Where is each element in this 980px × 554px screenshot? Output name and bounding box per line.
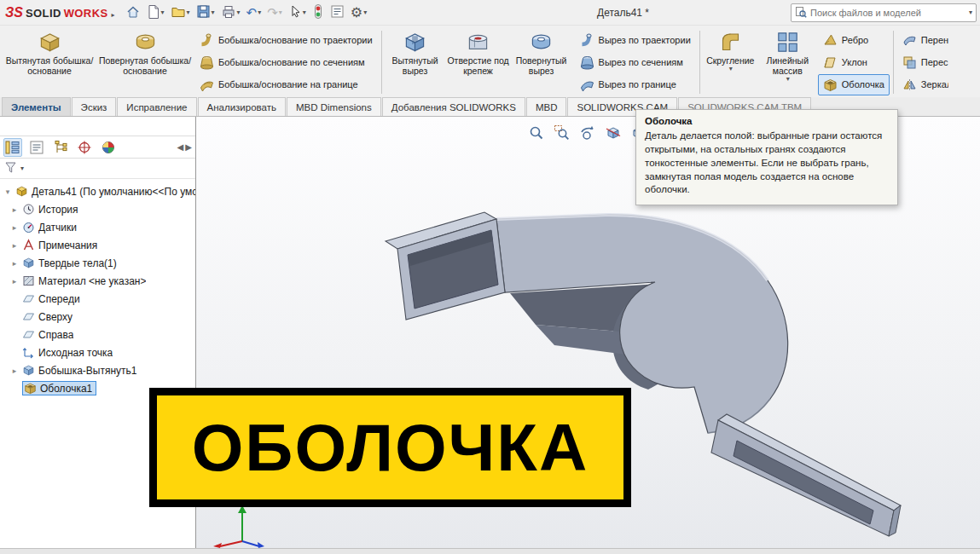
open-button[interactable]: ▾ [168, 3, 193, 23]
intersect-button[interactable]: Перес [897, 52, 947, 73]
wrap-button[interactable]: Перен [897, 29, 947, 50]
chevron-down-icon[interactable]: ▾ [258, 9, 261, 16]
selected-tree-item[interactable]: Оболочка1 [22, 381, 96, 395]
tree-item-top-plane[interactable]: Сверху [3, 308, 195, 326]
command-manager-ribbon: Вытянутая бобышка/основание Повернутая б… [0, 26, 980, 97]
options-list-button[interactable] [328, 3, 347, 23]
expand-arrow-icon[interactable]: ▸ [10, 259, 19, 268]
solid-bodies-icon [22, 257, 35, 269]
cut-group: Вытянутый вырез Отверстие под крепеж Пов… [384, 27, 573, 97]
home-icon [125, 4, 141, 21]
search-box[interactable]: ▾ [791, 3, 977, 22]
chevron-down-icon[interactable]: ▾ [303, 9, 306, 16]
hole-wizard-button[interactable]: Отверстие под крепеж [447, 27, 510, 97]
logo-expand-arrow-icon[interactable]: ▸ [112, 12, 115, 19]
configurationmanager-tab[interactable] [51, 138, 70, 157]
annotations-icon [22, 239, 35, 251]
tab-elements[interactable]: Элементы [2, 97, 71, 116]
tree-item-boss-extrude[interactable]: ▸ Бобышка-Вытянуть1 [3, 361, 195, 379]
tab-evaluate[interactable]: Анализировать [198, 97, 286, 116]
tree-item-annotations[interactable]: ▸ Примечания [3, 236, 195, 254]
featuremanager-tab[interactable] [3, 138, 22, 157]
expand-arrow-icon[interactable]: ▸ [10, 366, 19, 375]
tree-item-material[interactable]: ▸ Материал <не указан> [3, 272, 195, 290]
part-icon [15, 185, 28, 198]
tab-repair[interactable]: Исправление [117, 97, 196, 116]
revolved-boss-button[interactable]: Повернутая бобышка/основание [97, 27, 193, 97]
revolved-cut-button[interactable]: Повернутый вырез [510, 27, 573, 97]
tab-mbd[interactable]: MBD [526, 97, 567, 116]
tree-item-right-plane[interactable]: Справа [3, 326, 195, 343]
tree-item-origin[interactable]: Исходная точка [3, 343, 195, 361]
button-label: Бобышка/основание по сечениям [218, 57, 365, 67]
expand-arrow-icon[interactable]: ▸ [10, 223, 19, 232]
ribbon-separator [381, 31, 382, 94]
boundary-boss-button[interactable]: Бобышка/основание на границе [194, 74, 378, 95]
collapse-arrow-icon[interactable]: ▾ [3, 188, 12, 196]
mirror-button[interactable]: Зеркал [897, 74, 947, 95]
filter-funnel-icon[interactable] [4, 161, 17, 176]
tree-item-sensors[interactable]: ▸ Датчики [3, 218, 195, 236]
extruded-cut-icon [403, 31, 426, 54]
chevron-down-icon[interactable]: ▾ [237, 9, 241, 16]
swept-boss-button[interactable]: Бобышка/основание по траектории [194, 29, 378, 50]
draft-button[interactable]: Уклон [818, 52, 890, 73]
button-label: Оболочка [842, 79, 884, 89]
filter-dropdown-icon[interactable]: ▾ [20, 165, 24, 172]
redo-button[interactable]: ↷▾ [264, 3, 285, 23]
settings-button[interactable]: ⚙▾ [348, 3, 369, 23]
panel-scroll-left-icon[interactable]: ◀ [177, 142, 184, 152]
tree-item-label: Деталь41 (По умолчанию<<По умс [32, 186, 195, 198]
rib-button[interactable]: Ребро [818, 29, 890, 50]
swept-cut-button[interactable]: Вырез по траектории [575, 29, 696, 50]
expand-arrow-icon[interactable]: ▸ [10, 241, 19, 250]
tree-item-label: Твердые тела(1) [38, 257, 117, 269]
tab-solidworks-addins[interactable]: Добавления SOLIDWORKS [382, 97, 525, 116]
expand-arrow-icon[interactable]: ▸ [10, 205, 19, 214]
save-button[interactable]: ▾ [194, 3, 217, 23]
rebuild-button[interactable] [310, 3, 327, 23]
chevron-down-icon[interactable]: ▾ [729, 66, 733, 72]
lofted-boss-button[interactable]: Бобышка/основание по сечениям [194, 52, 378, 73]
fillet-button[interactable]: Скругление ▾ [702, 27, 759, 97]
draft-icon [823, 55, 838, 70]
select-button[interactable]: ▾ [286, 3, 309, 23]
propertymanager-tab[interactable] [27, 138, 46, 157]
search-input[interactable] [810, 8, 965, 18]
ribbon-separator [893, 31, 894, 94]
dimxpertmanager-tab[interactable] [75, 138, 94, 157]
print-button[interactable]: ▾ [218, 3, 243, 23]
tree-item-front-plane[interactable]: Спереди [3, 290, 195, 308]
chevron-down-icon[interactable]: ▾ [187, 9, 190, 16]
chevron-down-icon[interactable]: ▾ [279, 9, 282, 16]
logo-text-solid: SOLID [26, 7, 61, 20]
linear-pattern-button[interactable]: Линейный массив ▾ [759, 27, 816, 97]
new-document-button[interactable]: ▾ [144, 3, 167, 23]
chevron-down-icon[interactable]: ▾ [786, 76, 790, 83]
tab-sketch[interactable]: Эскиз [72, 97, 117, 116]
lofted-cut-button[interactable]: Вырез по сечениям [575, 52, 696, 73]
undo-button[interactable]: ↶▾ [244, 3, 264, 23]
displaymanager-tab[interactable] [99, 138, 118, 157]
chevron-down-icon[interactable]: ▾ [161, 9, 165, 16]
cut-stack-group: Вырез по траектории Вырез по сечениям Вы… [573, 27, 698, 97]
undo-icon: ↶ [246, 6, 258, 19]
home-button[interactable] [123, 3, 143, 23]
panel-scroll-right-icon[interactable]: ▶ [185, 142, 192, 152]
boundary-boss-icon [200, 78, 214, 92]
tree-item-solid-bodies[interactable]: ▸ Твердые тела(1) [3, 254, 195, 272]
chevron-down-icon[interactable]: ▾ [212, 9, 215, 16]
search-dropdown-icon[interactable]: ▾ [969, 9, 972, 16]
tree-item-history[interactable]: ▸ История [3, 200, 195, 218]
tree-item-label: Бобышка-Вытянуть1 [38, 365, 137, 377]
tab-mbd-dimensions[interactable]: MBD Dimensions [287, 97, 381, 116]
extruded-boss-button[interactable]: Вытянутая бобышка/основание [2, 27, 97, 97]
tree-root-part[interactable]: ▾ Деталь41 (По умолчанию<<По умс [3, 182, 195, 200]
boundary-cut-button[interactable]: Вырез по границе [575, 74, 696, 95]
tree-item-label: Исходная точка [38, 347, 113, 359]
shell-button[interactable]: Оболочка [818, 74, 890, 95]
button-label: Перен [921, 35, 948, 45]
extruded-cut-button[interactable]: Вытянутый вырез [384, 27, 447, 97]
chevron-down-icon[interactable]: ▾ [363, 9, 367, 16]
expand-arrow-icon[interactable]: ▸ [10, 277, 19, 286]
